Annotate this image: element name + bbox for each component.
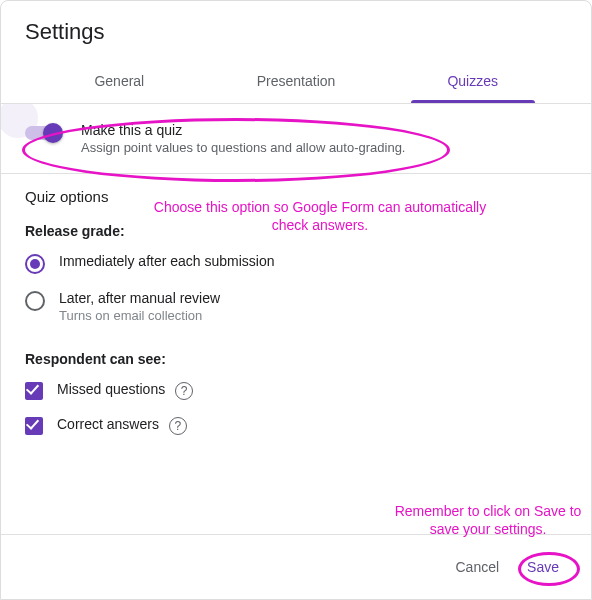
toggle-thumb [43, 123, 63, 143]
tabs-bar: General Presentation Quizzes [1, 63, 591, 104]
dialog-footer: Cancel Save [1, 534, 591, 599]
checkbox-correct-label: Correct answers [57, 416, 159, 432]
quiz-options-section: Quiz options Release grade: Immediately … [1, 174, 591, 455]
correct-answers-row[interactable]: Correct answers ? [25, 416, 567, 435]
release-later-row[interactable]: Later, after manual review Turns on emai… [25, 290, 567, 323]
radio-later-sublabel: Turns on email collection [59, 308, 220, 323]
make-quiz-toggle[interactable] [25, 126, 59, 140]
checkbox-correct-text: Correct answers [57, 416, 159, 432]
dialog-header: Settings [1, 1, 591, 63]
dialog-content: Make this a quiz Assign point values to … [1, 104, 591, 534]
radio-later-label: Later, after manual review [59, 290, 220, 306]
tab-general[interactable]: General [31, 63, 208, 103]
help-icon[interactable]: ? [175, 382, 193, 400]
settings-dialog: Settings General Presentation Quizzes Ma… [0, 0, 592, 600]
missed-questions-row[interactable]: Missed questions ? [25, 381, 567, 400]
radio-later[interactable] [25, 291, 45, 311]
radio-immediate-label: Immediately after each submission [59, 253, 275, 269]
dialog-title: Settings [25, 19, 567, 45]
radio-later-text: Later, after manual review Turns on emai… [59, 290, 220, 323]
respondent-can-see-label: Respondent can see: [25, 351, 567, 367]
tab-quizzes[interactable]: Quizzes [384, 63, 561, 103]
checkbox-missed[interactable] [25, 382, 43, 400]
radio-immediate[interactable] [25, 254, 45, 274]
checkbox-missed-text: Missed questions [57, 381, 165, 397]
quiz-options-title: Quiz options [25, 188, 567, 205]
save-button[interactable]: Save [519, 553, 567, 581]
toggle-label: Make this a quiz [81, 122, 406, 138]
toggle-description: Assign point values to questions and all… [81, 140, 406, 155]
release-grade-label: Release grade: [25, 223, 567, 239]
cancel-button[interactable]: Cancel [447, 553, 507, 581]
make-quiz-row: Make this a quiz Assign point values to … [1, 104, 591, 174]
checkbox-correct[interactable] [25, 417, 43, 435]
toggle-text: Make this a quiz Assign point values to … [81, 122, 406, 155]
help-icon[interactable]: ? [169, 417, 187, 435]
checkbox-missed-label: Missed questions [57, 381, 165, 397]
radio-immediate-text: Immediately after each submission [59, 253, 275, 269]
tab-presentation[interactable]: Presentation [208, 63, 385, 103]
release-immediate-row[interactable]: Immediately after each submission [25, 253, 567, 274]
